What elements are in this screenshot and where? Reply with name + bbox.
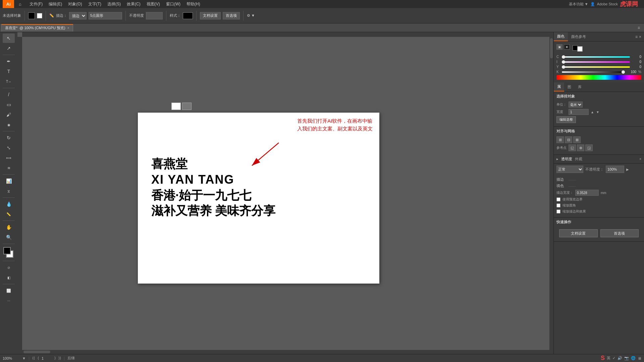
nav-last[interactable]: ⟩⟩ xyxy=(58,356,61,360)
color-panel-close[interactable]: × xyxy=(639,35,641,39)
color-ref-tab[interactable]: 颜色参考 xyxy=(568,32,589,41)
menu-object[interactable]: 对象(O) xyxy=(65,1,85,8)
layers-tab[interactable]: 图 xyxy=(564,82,575,92)
nav-next[interactable]: ⟩ xyxy=(54,356,56,360)
unit-select[interactable]: 毫米 xyxy=(569,102,583,108)
opacity-expand[interactable]: ▶ xyxy=(626,168,629,171)
user-icon[interactable]: 👤 xyxy=(590,2,595,6)
align-left[interactable]: ⊞ xyxy=(556,136,564,143)
color-tab[interactable]: 颜色 xyxy=(554,32,568,41)
ref-tc[interactable]: ⊕ xyxy=(577,144,584,151)
props-tab[interactable]: 属 xyxy=(554,82,564,92)
trans-tab[interactable]: 透明度 xyxy=(561,157,572,162)
opacity-value-trans[interactable] xyxy=(606,166,624,173)
doc-settings-btn[interactable]: 文档设置 xyxy=(200,12,221,19)
stroke-width-input[interactable]: 0.3528 xyxy=(575,190,599,196)
ref-tr[interactable]: ◲ xyxy=(585,144,593,151)
tab-close-btn[interactable]: × xyxy=(67,26,69,30)
bg-swatch[interactable] xyxy=(577,46,583,52)
home-icon[interactable]: ⌂ xyxy=(17,1,23,7)
tool-blend[interactable]: ⧖ xyxy=(3,186,15,196)
color-spectrum[interactable] xyxy=(556,75,641,80)
tool-pen[interactable]: ✒ xyxy=(3,57,15,66)
width-input[interactable]: 1 xyxy=(569,109,589,115)
workspace-selector[interactable]: 基本功能 ▼ xyxy=(569,2,588,7)
tool-fill-stroke[interactable]: ◧ xyxy=(3,273,15,282)
menu-select[interactable]: 选择(S) xyxy=(105,1,123,8)
fill-color-box[interactable] xyxy=(28,12,35,19)
k-slider[interactable] xyxy=(562,71,625,73)
tool-line[interactable]: / xyxy=(3,90,15,99)
tool-none[interactable]: ⊘ xyxy=(3,263,15,272)
preview-bounds-cb[interactable] xyxy=(556,197,560,201)
tray-icon-2[interactable]: 英 xyxy=(607,356,610,361)
ref-tl[interactable]: ◱ xyxy=(569,144,576,151)
color-icon-1[interactable]: ▣ xyxy=(556,44,562,50)
appearance-tab[interactable]: 外观 xyxy=(575,157,582,162)
align-center-h[interactable]: ⊟ xyxy=(565,136,572,143)
preferences-btn[interactable]: 首选项 xyxy=(223,12,240,19)
tab-collapse[interactable]: ≡ xyxy=(635,25,643,30)
tool-mode-select[interactable]: 描边 xyxy=(69,12,87,19)
edit-all-btn[interactable]: 编辑选整 xyxy=(556,116,576,123)
library-tab[interactable]: 库 xyxy=(575,82,585,92)
page-input[interactable] xyxy=(42,356,52,360)
menu-window[interactable]: 窗口(W) xyxy=(163,1,183,8)
hscrollbar[interactable] xyxy=(23,351,50,353)
nav-prev[interactable]: ⟨ xyxy=(38,356,39,360)
points-input[interactable] xyxy=(89,12,122,19)
tool-warp[interactable]: ≋ xyxy=(3,163,15,173)
align-right[interactable]: ⊠ xyxy=(573,136,581,143)
tool-touch-type[interactable]: T↔ xyxy=(3,77,15,86)
menu-text[interactable]: 文字(T) xyxy=(86,1,104,8)
stepper-down[interactable]: ▼ xyxy=(596,110,599,114)
tool-more[interactable]: ··· xyxy=(3,296,15,305)
tray-icon-6[interactable]: 🌐 xyxy=(631,356,636,360)
tool-direct-select[interactable]: ↗ xyxy=(3,44,15,53)
tool-type[interactable]: T xyxy=(3,67,15,76)
adobe-stock-link[interactable]: Adobe Stock xyxy=(597,2,618,6)
color-panel-expand[interactable]: ≡ xyxy=(635,35,638,39)
tool-scale[interactable]: ⤡ xyxy=(3,143,15,153)
qa-prefs[interactable]: 首选项 xyxy=(600,229,639,237)
menu-file[interactable]: 文件(F) xyxy=(27,1,45,8)
tool-graph[interactable]: 📊 xyxy=(3,176,15,186)
tool-screen-mode[interactable]: ⬜ xyxy=(3,286,15,295)
zoom-input[interactable] xyxy=(3,356,19,360)
active-tab[interactable]: 喜燕堂* @ 100% (CMYK/GPU 预览) × xyxy=(1,24,73,32)
menu-effect[interactable]: 效果(C) xyxy=(124,1,143,8)
tray-icon-7[interactable]: 🖥 xyxy=(638,356,641,360)
tool-eyedropper[interactable]: 💧 xyxy=(3,199,15,209)
tool-rotate[interactable]: ↻ xyxy=(3,133,15,142)
stroke-color-box[interactable] xyxy=(37,13,42,18)
menu-help[interactable]: 帮助(H) xyxy=(184,1,203,8)
tool-hand[interactable]: ✋ xyxy=(3,223,15,232)
style-color-box[interactable] xyxy=(183,12,193,19)
trans-expand-icon[interactable]: ▸ xyxy=(556,157,558,161)
tool-measure[interactable]: 📏 xyxy=(3,209,15,219)
tool-brush[interactable]: 🖌 xyxy=(3,110,15,119)
m-slider[interactable] xyxy=(562,61,630,63)
color-blocks[interactable] xyxy=(3,247,15,259)
extra-options[interactable]: ⚙ ▼ xyxy=(247,13,255,18)
tray-icon-4[interactable]: 🔊 xyxy=(618,356,622,360)
scale-stroke-cb[interactable] xyxy=(556,209,560,214)
fg-color[interactable] xyxy=(3,247,11,254)
trans-close[interactable]: × xyxy=(639,157,641,161)
scale-corners-cb[interactable] xyxy=(556,203,560,207)
nav-first[interactable]: ⟨⟨ xyxy=(32,356,35,360)
menu-edit[interactable]: 编辑(E) xyxy=(46,1,65,8)
color-icon-2[interactable]: ■ xyxy=(564,44,570,50)
menu-view[interactable]: 视图(V) xyxy=(144,1,163,8)
tool-blob-brush[interactable]: ◉ xyxy=(3,120,15,129)
opacity-input[interactable]: 100 xyxy=(146,12,163,19)
tool-zoom[interactable]: 🔍 xyxy=(3,233,15,242)
tray-icon-3[interactable]: ✓ xyxy=(612,356,615,360)
qa-doc-settings[interactable]: 文档设置 xyxy=(559,229,598,237)
stepper-up[interactable]: ▲ xyxy=(591,110,594,114)
blend-mode-select[interactable]: 正常 xyxy=(556,166,583,173)
tool-select[interactable]: ↖ xyxy=(3,34,15,43)
y-slider[interactable] xyxy=(562,66,630,68)
tool-width[interactable]: ⟺ xyxy=(3,153,15,163)
tool-rect[interactable]: ▭ xyxy=(3,100,15,109)
